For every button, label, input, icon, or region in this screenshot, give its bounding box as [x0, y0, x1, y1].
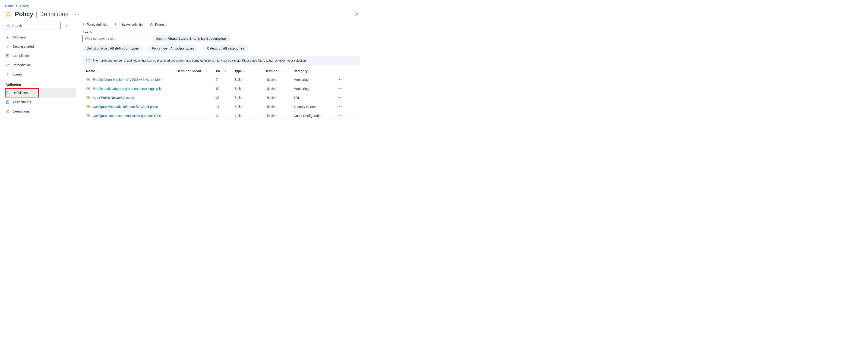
sidebar-item-label: Assignments: [12, 100, 31, 104]
sidebar-item-getting-started[interactable]: Getting started: [5, 42, 76, 51]
sidebar-item-definitions[interactable]: Definitions: [5, 88, 76, 98]
sidebar-item-assignments[interactable]: Assignments: [5, 98, 76, 107]
sidebar-search-input[interactable]: [11, 24, 59, 28]
refresh-button[interactable]: Refresh: [150, 22, 166, 27]
cell-category: SDN: [293, 96, 338, 100]
main-content: + Policy definition + Initiative definit…: [76, 22, 364, 121]
row-actions-button[interactable]: ···: [338, 87, 347, 91]
header-more-button[interactable]: ···: [75, 12, 79, 17]
policy-type-filter-pill[interactable]: Policy type : All policy types: [148, 45, 198, 52]
cell-type: BuiltIn: [235, 114, 265, 117]
page-title: Policy | Definitions: [15, 11, 68, 18]
new-policy-definition-button[interactable]: + Policy definition: [83, 22, 109, 27]
sort-icon: ↑↓: [309, 70, 311, 72]
initiative-icon: [86, 87, 90, 91]
definition-link[interactable]: Configure Microsoft Defender for Cloud p…: [93, 105, 158, 109]
svg-point-9: [7, 55, 8, 57]
svg-rect-17: [88, 79, 89, 80]
table-row: Audit Public Network Access35BuiltInInit…: [83, 93, 360, 102]
assignments-icon: [5, 100, 10, 104]
definitions-table: Name ↑↓ Definition locati... ↑↓ Po... ↑↓…: [83, 66, 360, 121]
scope-filter-pill[interactable]: Scope : Visual Studio Enterprise Subscri…: [152, 35, 230, 42]
overview-icon: [5, 35, 10, 39]
col-name[interactable]: Name ↑↓: [86, 69, 177, 73]
cell-type: BuiltIn: [235, 87, 265, 91]
definition-link[interactable]: Configure secure communication protocols…: [93, 114, 161, 117]
sidebar-item-label: Exemptions: [12, 109, 29, 113]
sidebar-item-overview[interactable]: Overview: [5, 33, 76, 42]
cell-policies: 35: [216, 96, 235, 100]
definition-link[interactable]: Enable Azure Monitor for VMSS with Azure…: [93, 78, 161, 81]
cell-definition: Initiative: [265, 114, 293, 117]
sidebar-item-remediation[interactable]: Remediation: [5, 60, 76, 70]
pill-value: All policy types: [170, 46, 194, 50]
definition-type-filter-pill[interactable]: Definition type : All definition types: [83, 45, 143, 52]
svg-rect-23: [88, 106, 89, 107]
filter-name-input[interactable]: [83, 35, 147, 42]
toolbar: + Policy definition + Initiative definit…: [83, 22, 360, 31]
sidebar-item-compliance[interactable]: Compliance: [5, 51, 76, 60]
plus-icon: +: [115, 22, 117, 27]
row-actions-button[interactable]: ···: [338, 96, 347, 100]
col-definition-location[interactable]: Definition locati... ↑↓: [177, 69, 216, 73]
info-banner-text: The maximum number of definitions that c…: [93, 59, 307, 62]
sidebar-search[interactable]: [5, 22, 61, 29]
sidebar-item-events[interactable]: Events: [5, 70, 76, 79]
category-filter-pill[interactable]: Category : All categories: [203, 45, 248, 52]
toolbar-label: Policy definition: [87, 23, 109, 26]
sidebar-item-label: Remediation: [12, 63, 31, 67]
sidebar-item-label: Overview: [12, 35, 26, 39]
row-actions-button[interactable]: ···: [338, 77, 347, 82]
svg-rect-19: [88, 88, 89, 89]
cell-type: BuiltIn: [235, 96, 265, 100]
sort-icon: ↑↓: [96, 70, 98, 72]
pill-label: Policy type :: [152, 46, 170, 50]
sort-icon: ↑↓: [224, 70, 226, 72]
pill-label: Definition type :: [87, 46, 110, 50]
col-category[interactable]: Category ↑↓: [293, 69, 338, 73]
title-thin: Definitions: [39, 11, 68, 18]
pill-value: Visual Studio Enterprise Subscription: [168, 37, 226, 40]
title-bold: Policy: [15, 11, 33, 18]
initiative-icon: [86, 78, 90, 81]
close-button[interactable]: [354, 11, 360, 17]
breadcrumb-policy[interactable]: Policy: [20, 4, 29, 8]
table-row: Configure secure communication protocols…: [83, 111, 360, 121]
svg-marker-10: [6, 92, 9, 94]
col-policies[interactable]: Po... ↑↓: [216, 69, 235, 73]
definition-link[interactable]: Enable audit category group resource log…: [93, 87, 161, 91]
initiative-icon: [86, 96, 90, 100]
row-actions-button[interactable]: ···: [338, 114, 347, 118]
cell-definition: Initiative: [265, 105, 293, 109]
definition-link[interactable]: Audit Public Network Access: [93, 96, 134, 100]
sort-icon: ↑↓: [243, 70, 245, 72]
table-row: Enable audit category group resource log…: [83, 84, 360, 93]
table-header-row: Name ↑↓ Definition locati... ↑↓ Po... ↑↓…: [83, 66, 360, 75]
sort-icon: ↑↓: [281, 70, 284, 72]
col-type[interactable]: Type ↑↓: [235, 69, 265, 73]
breadcrumb: Home > Policy: [0, 0, 364, 9]
new-initiative-definition-button[interactable]: + Initiative definition: [115, 22, 145, 27]
rocket-icon: [5, 44, 10, 48]
col-definition[interactable]: Definitio... ↑↓: [265, 69, 293, 73]
cell-definition: Initiative: [265, 78, 293, 81]
search-icon: [7, 24, 10, 27]
cell-category: Monitoring: [293, 87, 338, 91]
exemptions-icon: [5, 109, 10, 113]
breadcrumb-home[interactable]: Home: [5, 4, 14, 8]
cell-policies: 11: [216, 105, 235, 109]
sidebar-section-authoring: Authoring: [5, 79, 76, 88]
cell-policies: 7: [216, 78, 235, 81]
collapse-sidebar-icon[interactable]: «: [65, 24, 67, 28]
events-icon: [5, 72, 10, 76]
sidebar-item-label: Events: [12, 72, 23, 76]
pill-label: Scope :: [156, 37, 168, 40]
breadcrumb-separator: >: [16, 4, 18, 8]
svg-point-7: [7, 37, 8, 38]
cell-policies: 69: [216, 87, 235, 91]
sidebar-item-label: Getting started: [12, 45, 34, 48]
svg-marker-0: [7, 12, 10, 16]
svg-point-1: [8, 14, 9, 15]
sidebar-item-exemptions[interactable]: Exemptions: [5, 107, 76, 116]
row-actions-button[interactable]: ···: [338, 105, 347, 109]
